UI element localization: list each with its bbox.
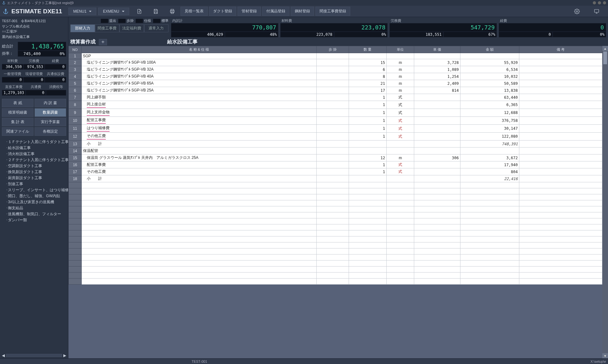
table-row-empty[interactable] xyxy=(69,254,602,260)
side-btn-6[interactable]: 関連ファイル xyxy=(2,127,34,136)
nav-btn-1[interactable]: ダクト登録 xyxy=(209,7,236,16)
table-row[interactable]: 2 塩ビライニング鋼管ｻﾝﾌﾟﾙ SGP-VB 100A15m3,72855,9… xyxy=(69,59,602,66)
side-btn-0[interactable]: 表 紙 xyxy=(2,99,34,107)
tag-switch[interactable] xyxy=(118,19,126,23)
tag-switch[interactable] xyxy=(101,19,108,23)
table-row[interactable]: 9 同上支持金物1式12,688 xyxy=(69,109,602,117)
table-row-empty[interactable] xyxy=(69,206,602,212)
content-tab-0[interactable]: 部材入力 xyxy=(70,24,95,32)
display-button[interactable] xyxy=(592,7,602,16)
table-row[interactable]: 13 小 計748,391 xyxy=(69,141,602,147)
content-tab-3[interactable]: 通常入力 xyxy=(144,24,169,32)
settings-button[interactable] xyxy=(572,7,582,16)
tree-node[interactable]: ·開口、墨だし、補強、GW内貼 xyxy=(6,193,68,199)
table-row[interactable]: 17 その他工費1式804 xyxy=(69,168,602,175)
table-row[interactable]: 5 塩ビライニング鋼管ｻﾝﾌﾟﾙ SGP-VB 65A21m2,40950,58… xyxy=(69,80,602,87)
table-row[interactable]: 7 同上継手類1式63,440 xyxy=(69,94,602,101)
scroll-down-icon[interactable]: ▼ xyxy=(602,353,608,358)
table-row-empty[interactable] xyxy=(69,224,602,230)
tree-node[interactable]: ·別途工事 xyxy=(6,181,68,187)
table-row[interactable]: 6 塩ビライニング鋼管ｻﾝﾌﾟﾙ SGP-VB 25A17m81413,838 xyxy=(69,87,602,94)
col-header[interactable]: 歩 掛 xyxy=(316,46,349,53)
side-btn-4[interactable]: 集 計 表 xyxy=(2,118,34,126)
tree-node[interactable]: ·スリーブ、インサート、はつり補修 xyxy=(6,187,68,193)
nav-btn-2[interactable]: 管材登録 xyxy=(238,7,261,16)
col-header[interactable]: 備 考 xyxy=(519,46,602,53)
table-row-empty[interactable] xyxy=(69,248,602,254)
tree-node[interactable]: ·２Ｆテナント入居に伴うダクト工事 xyxy=(6,157,68,163)
new-button[interactable] xyxy=(134,7,144,16)
min-icon[interactable] xyxy=(593,1,596,4)
col-header[interactable]: 数 量 xyxy=(349,46,386,53)
col-header[interactable]: 単位 xyxy=(386,46,414,53)
tree-hscroll[interactable]: ◀ ▶ xyxy=(0,353,68,358)
spreadsheet-grid[interactable]: NO名 称 & 仕 様歩 掛数 量単位単 価金 額備 考 1SGP2 塩ビライニ… xyxy=(68,46,602,358)
nav-btn-4[interactable]: 鋼材登録 xyxy=(291,7,314,16)
nav-btn-0[interactable]: 見積一覧表 xyxy=(180,7,208,16)
table-row-empty[interactable] xyxy=(69,273,602,279)
tree-node[interactable]: ·厨房新設ダクト工事 xyxy=(6,175,68,181)
col-header[interactable]: 名 称 & 仕 様 xyxy=(81,46,316,53)
table-row-empty[interactable] xyxy=(69,267,602,273)
chevron-left-icon[interactable]: ◀ xyxy=(2,353,5,358)
chevron-right-icon[interactable]: ▶ xyxy=(63,353,66,358)
add-row-button[interactable]: ＋ xyxy=(99,39,107,45)
scrollbar-track[interactable] xyxy=(6,354,62,357)
table-row-empty[interactable] xyxy=(69,194,602,200)
tree-node[interactable]: ·3#以上及び床置きの送風機 xyxy=(6,199,68,205)
content-tab-1[interactable]: 間接工事費 xyxy=(95,24,120,32)
vertical-scrollbar[interactable]: ▲ ▼ xyxy=(602,46,608,358)
table-row-empty[interactable] xyxy=(69,182,602,188)
table-row-empty[interactable] xyxy=(69,200,602,206)
table-row-empty[interactable] xyxy=(69,260,602,267)
table-row-empty[interactable] xyxy=(69,212,602,218)
table-row-empty[interactable] xyxy=(69,188,602,194)
table-row[interactable]: 3 塩ビライニング鋼管ｻﾝﾌﾟﾙ SGP-VB 32A6m1,0896,534 xyxy=(69,66,602,73)
tag-switch[interactable] xyxy=(136,19,143,23)
scrollbar-thumb[interactable] xyxy=(603,52,607,64)
side-btn-3[interactable]: 数量調書 xyxy=(35,108,66,117)
table-row-empty[interactable] xyxy=(69,242,602,248)
col-header[interactable]: 単 価 xyxy=(414,46,460,53)
tree-node[interactable]: ·御支給品 xyxy=(6,205,68,211)
table-row-empty[interactable] xyxy=(69,279,602,285)
tree-node[interactable]: ·１Ｆテナント入居に伴うダクト工事 xyxy=(6,139,68,145)
table-row[interactable]: 12 その他工費1式122,080 xyxy=(69,133,602,141)
table-row[interactable]: 16 配管工事費1式17,940 xyxy=(69,161,602,168)
table-row[interactable]: 11 はつり補修費1式30,147 xyxy=(69,125,602,133)
print-button[interactable] xyxy=(167,7,177,16)
table-row[interactable]: 10 配管工事費1式376,758 xyxy=(69,117,602,125)
tree-node[interactable]: ·送風機類、制気口、フィルター xyxy=(6,211,68,217)
side-btn-7[interactable]: 各種設定 xyxy=(35,127,66,136)
project-tree[interactable]: ·１Ｆテナント入居に伴うダクト工事·給水設備工事·消火栓設備工事·２Ｆテナント入… xyxy=(0,138,68,353)
table-row[interactable]: 4 塩ビライニング鋼管ｻﾝﾌﾟﾙ SGP-VB 40A8m1,25410,032 xyxy=(69,73,602,80)
tree-node[interactable]: ·給水設備工事 xyxy=(6,145,68,151)
table-row-empty[interactable] xyxy=(69,218,602,224)
table-row[interactable]: 15 保温筒 グラスウール 蒸気ｻﾝﾌﾟﾙ 天井内 アルミガラスクロス 25A1… xyxy=(69,154,602,161)
menu1-dropdown[interactable]: MENU1 xyxy=(68,8,96,15)
tag-switch[interactable] xyxy=(153,19,161,23)
table-row-empty[interactable] xyxy=(69,236,602,242)
table-row[interactable]: 14保温配管 xyxy=(69,147,602,154)
col-header[interactable]: 金 額 xyxy=(460,46,519,53)
scroll-up-icon[interactable]: ▲ xyxy=(602,46,608,51)
side-btn-5[interactable]: 実行予算書 xyxy=(35,118,66,126)
side-btn-2[interactable]: 積算明細書 xyxy=(2,108,34,117)
nav-btn-5[interactable]: 間接工事費登録 xyxy=(315,7,350,16)
tree-node[interactable]: ·ダンパー類 xyxy=(6,217,68,223)
nav-btn-3[interactable]: 付属品登録 xyxy=(262,7,289,16)
table-row[interactable]: 1SGP xyxy=(69,53,602,59)
table-row[interactable]: 18 小 計22,416 xyxy=(69,175,602,182)
tree-node[interactable]: ·換気新設ダクト工事 xyxy=(6,169,68,175)
close-icon[interactable] xyxy=(603,1,606,4)
content-tab-2[interactable]: 法定福利費 xyxy=(119,24,144,32)
exmenu-dropdown[interactable]: EXMENU xyxy=(98,8,129,15)
max-icon[interactable] xyxy=(598,1,601,4)
tree-node[interactable]: ·消火栓設備工事 xyxy=(6,151,68,157)
tree-node[interactable]: ·空調新設ダクト工事 xyxy=(6,163,68,169)
col-header[interactable]: NO xyxy=(69,46,82,53)
table-row-empty[interactable] xyxy=(69,230,602,236)
save-button[interactable] xyxy=(151,7,161,16)
table-row[interactable]: 8 同上接合材1式6,365 xyxy=(69,101,602,109)
side-btn-1[interactable]: 内 訳 書 xyxy=(35,99,66,107)
